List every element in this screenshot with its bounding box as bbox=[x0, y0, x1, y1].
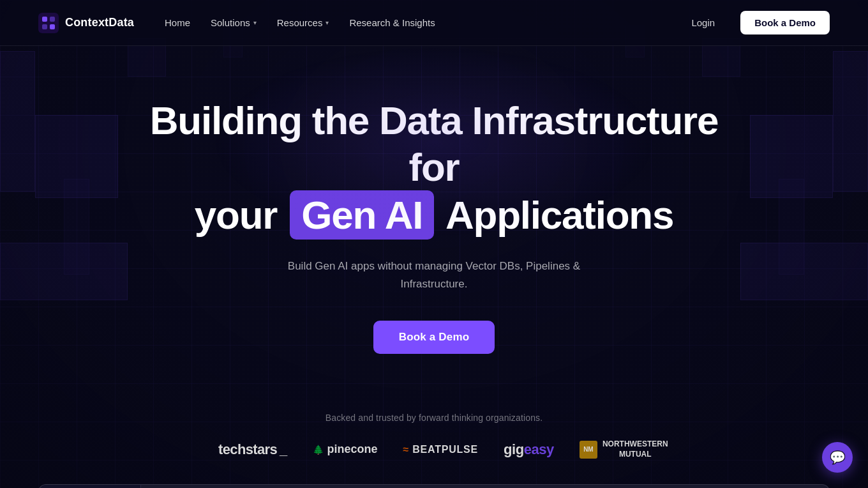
logo-link[interactable]: ContextData bbox=[38, 13, 134, 33]
strip-main: Source Connections › PostgreSQL New Post… bbox=[141, 485, 829, 488]
hero-title: Building the Data Infrastructure for you… bbox=[147, 97, 721, 240]
svg-rect-1 bbox=[42, 17, 47, 22]
nav-link-resources[interactable]: Resources ▾ bbox=[277, 17, 329, 28]
strip-sidebar: d ions › bbox=[39, 485, 141, 488]
svg-rect-3 bbox=[42, 24, 47, 29]
northwestern-logo: NM NORTHWESTERNMUTUAL bbox=[580, 438, 650, 461]
chat-button[interactable]: 💬 bbox=[822, 442, 853, 473]
svg-rect-2 bbox=[50, 17, 55, 22]
beatpulse-logo: ≈ BEATPULSE bbox=[403, 438, 479, 461]
nav-book-demo-button[interactable]: Book a Demo bbox=[740, 11, 830, 34]
hero-subtitle: Build Gen AI apps without managing Vecto… bbox=[255, 257, 613, 292]
svg-rect-4 bbox=[50, 24, 55, 29]
trusted-section: Backed and trusted by forward thinking o… bbox=[0, 413, 868, 474]
resources-chevron-icon: ▾ bbox=[326, 19, 329, 26]
bottom-ui-strip: d ions › Source Connections › PostgreSQL… bbox=[38, 484, 830, 488]
gigeasy-logo-text: gigeasy bbox=[504, 441, 554, 458]
northwestern-shield-icon: NM bbox=[580, 441, 597, 459]
hero-section: Building the Data Infrastructure for you… bbox=[0, 46, 868, 392]
pinecone-logo-text: 🌲 pinecone bbox=[313, 443, 378, 456]
nav-item-solutions[interactable]: Solutions ▾ bbox=[211, 17, 257, 28]
nav-link-solutions[interactable]: Solutions ▾ bbox=[211, 17, 257, 28]
partner-logos-row: techstars 🌲 pinecone ≈ BEATPULSE gigeasy… bbox=[218, 438, 650, 461]
chat-icon: 💬 bbox=[830, 450, 846, 465]
nav-item-research[interactable]: Research & Insights bbox=[349, 17, 435, 28]
nav-link-research[interactable]: Research & Insights bbox=[349, 17, 435, 28]
beatpulse-logo-text: ≈ BEATPULSE bbox=[403, 444, 479, 455]
pinecone-icon: 🌲 bbox=[313, 445, 324, 455]
nav-left: ContextData Home Solutions ▾ Resources ▾ bbox=[38, 13, 435, 33]
northwestern-logo-text: NM NORTHWESTERNMUTUAL bbox=[580, 439, 650, 459]
beatpulse-icon: ≈ bbox=[403, 444, 410, 455]
trusted-text: Backed and trusted by forward thinking o… bbox=[326, 413, 543, 423]
techstars-logo: techstars bbox=[218, 438, 287, 461]
logo-text: ContextData bbox=[65, 16, 134, 29]
techstars-logo-text: techstars bbox=[218, 441, 287, 458]
pinecone-logo: 🌲 pinecone bbox=[313, 438, 378, 461]
logo-icon bbox=[38, 13, 59, 33]
navbar: ContextData Home Solutions ▾ Resources ▾ bbox=[0, 0, 868, 46]
hero-title-line2: your Gen AI Applications bbox=[147, 190, 721, 240]
nav-item-resources[interactable]: Resources ▾ bbox=[277, 17, 329, 28]
nav-links: Home Solutions ▾ Resources ▾ Research & … bbox=[165, 17, 435, 28]
nav-link-home[interactable]: Home bbox=[165, 17, 190, 28]
solutions-chevron-icon: ▾ bbox=[253, 19, 257, 26]
svg-rect-0 bbox=[38, 13, 59, 33]
nav-right: Login Book a Demo bbox=[681, 11, 830, 34]
nav-item-home[interactable]: Home bbox=[165, 17, 190, 28]
genai-highlight: Gen AI bbox=[290, 190, 434, 240]
login-button[interactable]: Login bbox=[681, 12, 725, 33]
gigeasy-logo: gigeasy bbox=[504, 438, 554, 461]
hero-cta-button[interactable]: Book a Demo bbox=[373, 321, 495, 354]
